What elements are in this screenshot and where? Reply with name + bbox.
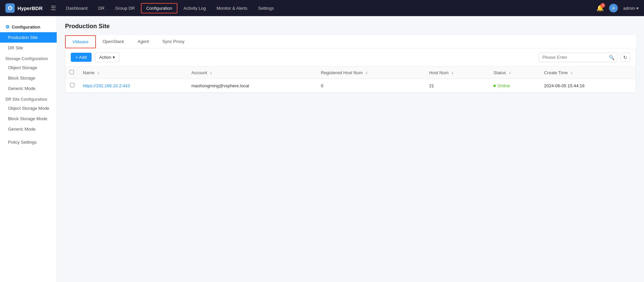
nav-activity-log[interactable]: Activity Log [179, 4, 210, 13]
header-status[interactable]: Status ⇕ [489, 66, 540, 79]
sidebar-item-object-storage-mode[interactable]: Object Storage Mode [0, 103, 57, 113]
sort-icon-name: ⇕ [97, 71, 100, 75]
sidebar-item-policy-settings[interactable]: Policy Settings [0, 137, 57, 147]
row-checkbox[interactable] [70, 83, 74, 87]
nav-dr[interactable]: DR [94, 4, 109, 13]
sidebar-item-dr-site[interactable]: DR Site [0, 43, 57, 53]
select-all-checkbox[interactable] [69, 70, 74, 74]
admin-label[interactable]: admin ▾ [623, 6, 639, 11]
status-dot [493, 85, 496, 87]
nav-right: 🔔 9 A admin ▾ [596, 4, 639, 12]
add-button[interactable]: + Add [71, 53, 92, 62]
refresh-icon: ↻ [623, 55, 627, 60]
row-create-time-cell: 2024-06-05 15:44:16 [540, 79, 636, 93]
sort-icon-host-num: ⇕ [451, 71, 454, 75]
row-name-link[interactable]: https://192.168.10.2:443 [83, 83, 130, 88]
nav-dashboard[interactable]: Dashboard [61, 4, 92, 13]
top-navigation: HyperBDR ☰ Dashboard DR Group DR Configu… [0, 0, 644, 16]
row-checkbox-cell [65, 79, 79, 93]
header-create-time[interactable]: Create Time ⇕ [540, 66, 636, 79]
logo-icon [5, 3, 15, 13]
sidebar: ⚙ Configuration Production Site DR Site … [0, 16, 57, 282]
tab-sync-proxy[interactable]: Sync Proxy [156, 36, 191, 48]
sidebar-storage-group: Storage Configuration [0, 53, 57, 62]
sidebar-item-block-storage[interactable]: Block Storage [0, 73, 57, 83]
nav-settings[interactable]: Settings [254, 4, 279, 13]
toolbar-left: + Add Action ▾ [71, 52, 119, 62]
sidebar-item-generic-mode[interactable]: Generic Mode [0, 83, 57, 94]
table-header-row: Name ⇕ Account ⇕ Registered Host Num ⇕ [65, 66, 636, 79]
sort-icon-account: ⇕ [210, 71, 212, 75]
sort-icon-create-time: ⇕ [570, 71, 573, 75]
row-status-cell: Online [489, 79, 540, 93]
search-icon: 🔍 [609, 55, 614, 60]
nav-items: Dashboard DR Group DR Configuration Acti… [61, 3, 596, 13]
sidebar-item-generic-mode-dr[interactable]: Generic Mode [0, 124, 57, 134]
refresh-button[interactable]: ↻ [620, 53, 630, 62]
logo-area[interactable]: HyperBDR [5, 3, 43, 13]
search-box: 🔍 [539, 53, 618, 62]
toolbar: + Add Action ▾ 🔍 ↻ [65, 48, 636, 66]
nav-monitor-alerts[interactable]: Monitor & Alerts [212, 4, 252, 13]
notification-bell[interactable]: 🔔 9 [596, 4, 604, 12]
header-host-num[interactable]: Host Num ⇕ [425, 66, 490, 79]
brand-name: HyperBDR [17, 5, 43, 11]
table-container: + Add Action ▾ 🔍 ↻ [65, 48, 636, 93]
row-account-cell: maohongming@vsphere.local [187, 79, 317, 93]
row-host-num-cell: 21 [425, 79, 490, 93]
tabs-bar: VMware OpenStack Agent Sync Proxy [65, 35, 636, 48]
header-checkbox-cell [65, 66, 79, 79]
bell-badge: 9 [600, 3, 605, 8]
tab-agent[interactable]: Agent [131, 36, 156, 48]
sort-icon-status: ⇕ [508, 71, 511, 75]
header-name[interactable]: Name ⇕ [79, 66, 187, 79]
sidebar-item-object-storage[interactable]: Object Storage [0, 62, 57, 73]
main-layout: ⚙ Configuration Production Site DR Site … [0, 16, 644, 282]
sidebar-section-title: ⚙ Configuration [0, 21, 57, 32]
toolbar-right: 🔍 ↻ [539, 53, 630, 62]
status-online: Online [493, 83, 536, 88]
tab-vmware[interactable]: VMware [65, 35, 96, 48]
table-row: https://192.168.10.2:443 maohongming@vsp… [65, 79, 636, 93]
row-registered-host-num-cell: 0 [317, 79, 425, 93]
sidebar-item-block-storage-mode[interactable]: Block Storage Mode [0, 113, 57, 124]
search-button[interactable]: 🔍 [606, 53, 617, 62]
nav-configuration[interactable]: Configuration [141, 3, 177, 13]
hamburger-menu[interactable]: ☰ [51, 4, 56, 12]
page-title: Production Site [65, 23, 636, 30]
tab-openstack[interactable]: OpenStack [96, 36, 131, 48]
sort-icon-reg-host: ⇕ [365, 71, 368, 75]
row-name-cell: https://192.168.10.2:443 [79, 79, 187, 93]
nav-group-dr[interactable]: Group DR [110, 4, 140, 13]
content-area: Production Site VMware OpenStack Agent S… [57, 16, 644, 282]
user-avatar: A [609, 4, 618, 12]
header-account[interactable]: Account ⇕ [187, 66, 317, 79]
sidebar-dr-site-group: DR Site Configuration [0, 94, 57, 103]
header-registered-host-num[interactable]: Registered Host Num ⇕ [317, 66, 425, 79]
data-table: Name ⇕ Account ⇕ Registered Host Num ⇕ [65, 66, 636, 93]
action-button[interactable]: Action ▾ [95, 52, 119, 62]
search-input[interactable] [539, 53, 606, 61]
sidebar-item-production-site[interactable]: Production Site [0, 32, 57, 43]
action-chevron-icon: ▾ [113, 55, 115, 60]
